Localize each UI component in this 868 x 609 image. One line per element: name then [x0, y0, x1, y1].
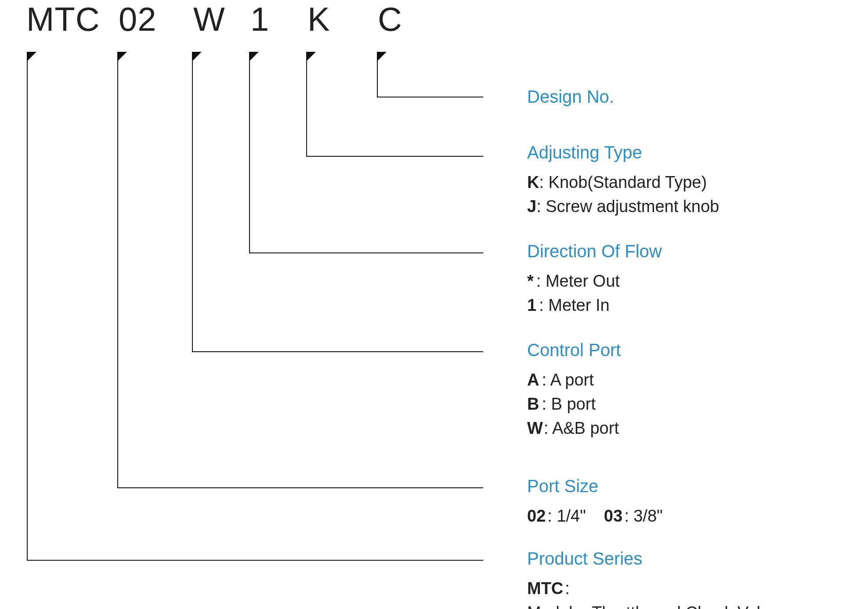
- option-val: : Meter In: [539, 296, 610, 314]
- section-design-no: Design No.: [527, 87, 868, 107]
- option-key: 1: [527, 296, 536, 314]
- heading-product-series: Product Series: [527, 549, 868, 569]
- option-key: MTC: [527, 579, 563, 598]
- heading-port-size: Port Size: [527, 476, 868, 496]
- option-mtc: MTC:: [527, 577, 868, 601]
- option-val-02: : 1/4": [547, 507, 586, 525]
- section-product-series: Product Series MTC: Modular Throttle and…: [527, 549, 868, 609]
- code-part-product-series: MTC: [26, 0, 100, 38]
- bracket-product-series: [27, 53, 483, 561]
- heading-design-no: Design No.: [527, 87, 868, 107]
- option-val: : A&B port: [544, 419, 619, 437]
- option-b: B: B port: [527, 392, 868, 416]
- product-series-desc: Modular Throttle and Check Valve: [527, 601, 868, 609]
- option-key: B: [527, 395, 539, 413]
- section-control-port: Control Port A: A port B: B port W: A&B …: [527, 340, 868, 440]
- option-val-03: : 3/8": [624, 507, 662, 525]
- code-part-adjusting: K: [307, 0, 330, 38]
- option-val: :: [565, 579, 570, 598]
- option-w: W: A&B port: [527, 416, 868, 440]
- code-part-design-no: C: [378, 0, 402, 38]
- option-val: : Knob(Standard Type): [539, 173, 707, 191]
- option-key: W: [527, 419, 543, 437]
- section-adjusting-type: Adjusting Type K: Knob(Standard Type) J:…: [527, 143, 868, 219]
- option-1: 1: Meter In: [527, 293, 868, 317]
- option-key-02: 02: [527, 507, 546, 525]
- heading-adjusting-type: Adjusting Type: [527, 143, 868, 162]
- heading-direction: Direction Of Flow: [527, 241, 868, 261]
- option-key: A: [527, 371, 539, 389]
- option-j: J: Screw adjustment knob: [527, 195, 868, 219]
- ordering-code-diagram: MTC 02 W 1 K C Design No. Adjusting Type…: [0, 0, 868, 609]
- section-direction: Direction Of Flow *: Meter Out 1: Meter …: [527, 241, 868, 317]
- option-star: *: Meter Out: [527, 269, 868, 293]
- option-a: A: A port: [527, 368, 868, 392]
- option-val: : Meter Out: [536, 272, 620, 290]
- option-val: : B port: [542, 395, 596, 413]
- option-key: *: [527, 272, 534, 290]
- section-port-size: Port Size 02: 1/4" 03: 3/8": [527, 476, 868, 528]
- option-key: J: [527, 197, 536, 216]
- heading-control-port: Control Port: [527, 340, 868, 360]
- option-key-03: 03: [604, 507, 622, 525]
- option-val: : Screw adjustment knob: [536, 197, 719, 216]
- option-key: K: [527, 173, 539, 191]
- option-k: K: Knob(Standard Type): [527, 170, 868, 195]
- option-port-size: 02: 1/4" 03: 3/8": [527, 504, 868, 528]
- code-part-direction: 1: [250, 0, 269, 38]
- option-val: : A port: [542, 371, 593, 389]
- code-part-port-size: 02: [119, 0, 157, 38]
- code-part-control-port: W: [193, 0, 225, 38]
- bracket-corner: [27, 52, 36, 61]
